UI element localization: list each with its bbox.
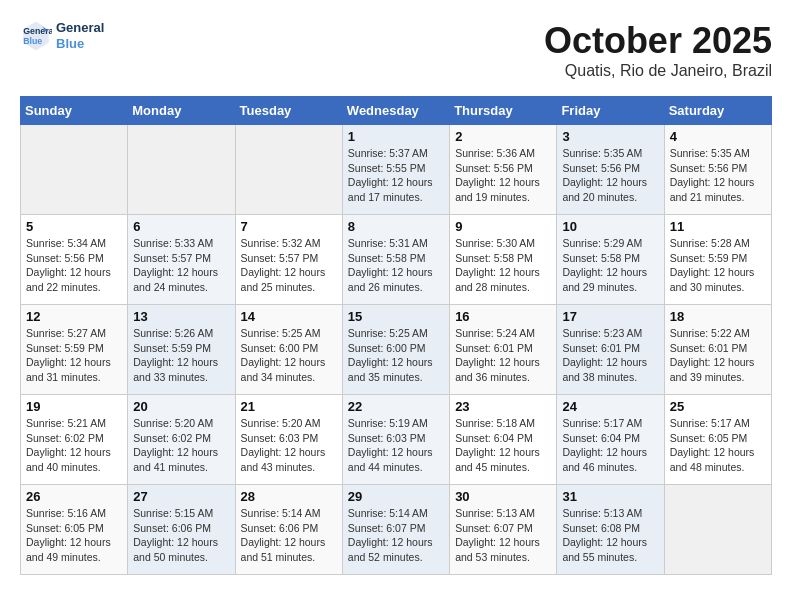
- calendar-cell: 15Sunrise: 5:25 AM Sunset: 6:00 PM Dayli…: [342, 305, 449, 395]
- day-number: 26: [26, 489, 122, 504]
- weekday-header-tuesday: Tuesday: [235, 97, 342, 125]
- calendar-cell: 1Sunrise: 5:37 AM Sunset: 5:55 PM Daylig…: [342, 125, 449, 215]
- day-number: 21: [241, 399, 337, 414]
- calendar-cell: 27Sunrise: 5:15 AM Sunset: 6:06 PM Dayli…: [128, 485, 235, 575]
- calendar-cell: 12Sunrise: 5:27 AM Sunset: 5:59 PM Dayli…: [21, 305, 128, 395]
- day-number: 30: [455, 489, 551, 504]
- day-number: 8: [348, 219, 444, 234]
- calendar-cell: [664, 485, 771, 575]
- day-info: Sunrise: 5:25 AM Sunset: 6:00 PM Dayligh…: [241, 326, 337, 385]
- calendar-table: SundayMondayTuesdayWednesdayThursdayFrid…: [20, 96, 772, 575]
- day-info: Sunrise: 5:24 AM Sunset: 6:01 PM Dayligh…: [455, 326, 551, 385]
- day-info: Sunrise: 5:13 AM Sunset: 6:08 PM Dayligh…: [562, 506, 658, 565]
- calendar-cell: 26Sunrise: 5:16 AM Sunset: 6:05 PM Dayli…: [21, 485, 128, 575]
- svg-text:General: General: [23, 26, 52, 36]
- day-number: 13: [133, 309, 229, 324]
- day-number: 27: [133, 489, 229, 504]
- day-number: 23: [455, 399, 551, 414]
- calendar-cell: 7Sunrise: 5:32 AM Sunset: 5:57 PM Daylig…: [235, 215, 342, 305]
- day-info: Sunrise: 5:19 AM Sunset: 6:03 PM Dayligh…: [348, 416, 444, 475]
- calendar-week-row: 19Sunrise: 5:21 AM Sunset: 6:02 PM Dayli…: [21, 395, 772, 485]
- calendar-cell: [128, 125, 235, 215]
- calendar-cell: 19Sunrise: 5:21 AM Sunset: 6:02 PM Dayli…: [21, 395, 128, 485]
- calendar-cell: 28Sunrise: 5:14 AM Sunset: 6:06 PM Dayli…: [235, 485, 342, 575]
- day-number: 25: [670, 399, 766, 414]
- page-header: General Blue General Blue October 2025 Q…: [20, 20, 772, 80]
- day-info: Sunrise: 5:14 AM Sunset: 6:06 PM Dayligh…: [241, 506, 337, 565]
- day-number: 11: [670, 219, 766, 234]
- day-number: 4: [670, 129, 766, 144]
- day-info: Sunrise: 5:13 AM Sunset: 6:07 PM Dayligh…: [455, 506, 551, 565]
- calendar-cell: [235, 125, 342, 215]
- day-info: Sunrise: 5:31 AM Sunset: 5:58 PM Dayligh…: [348, 236, 444, 295]
- day-number: 1: [348, 129, 444, 144]
- day-number: 3: [562, 129, 658, 144]
- day-info: Sunrise: 5:36 AM Sunset: 5:56 PM Dayligh…: [455, 146, 551, 205]
- day-info: Sunrise: 5:16 AM Sunset: 6:05 PM Dayligh…: [26, 506, 122, 565]
- calendar-cell: 11Sunrise: 5:28 AM Sunset: 5:59 PM Dayli…: [664, 215, 771, 305]
- weekday-header-row: SundayMondayTuesdayWednesdayThursdayFrid…: [21, 97, 772, 125]
- calendar-cell: 16Sunrise: 5:24 AM Sunset: 6:01 PM Dayli…: [450, 305, 557, 395]
- day-number: 6: [133, 219, 229, 234]
- day-number: 20: [133, 399, 229, 414]
- calendar-cell: 17Sunrise: 5:23 AM Sunset: 6:01 PM Dayli…: [557, 305, 664, 395]
- weekday-header-thursday: Thursday: [450, 97, 557, 125]
- day-number: 9: [455, 219, 551, 234]
- calendar-cell: 10Sunrise: 5:29 AM Sunset: 5:58 PM Dayli…: [557, 215, 664, 305]
- day-info: Sunrise: 5:33 AM Sunset: 5:57 PM Dayligh…: [133, 236, 229, 295]
- day-info: Sunrise: 5:20 AM Sunset: 6:02 PM Dayligh…: [133, 416, 229, 475]
- day-number: 24: [562, 399, 658, 414]
- calendar-week-row: 26Sunrise: 5:16 AM Sunset: 6:05 PM Dayli…: [21, 485, 772, 575]
- day-info: Sunrise: 5:26 AM Sunset: 5:59 PM Dayligh…: [133, 326, 229, 385]
- weekday-header-saturday: Saturday: [664, 97, 771, 125]
- day-info: Sunrise: 5:18 AM Sunset: 6:04 PM Dayligh…: [455, 416, 551, 475]
- day-info: Sunrise: 5:32 AM Sunset: 5:57 PM Dayligh…: [241, 236, 337, 295]
- title-block: October 2025 Quatis, Rio de Janeiro, Bra…: [544, 20, 772, 80]
- calendar-cell: 13Sunrise: 5:26 AM Sunset: 5:59 PM Dayli…: [128, 305, 235, 395]
- day-number: 18: [670, 309, 766, 324]
- day-info: Sunrise: 5:17 AM Sunset: 6:04 PM Dayligh…: [562, 416, 658, 475]
- calendar-week-row: 12Sunrise: 5:27 AM Sunset: 5:59 PM Dayli…: [21, 305, 772, 395]
- calendar-cell: 23Sunrise: 5:18 AM Sunset: 6:04 PM Dayli…: [450, 395, 557, 485]
- day-info: Sunrise: 5:20 AM Sunset: 6:03 PM Dayligh…: [241, 416, 337, 475]
- logo-text-blue: Blue: [56, 36, 104, 52]
- calendar-cell: 3Sunrise: 5:35 AM Sunset: 5:56 PM Daylig…: [557, 125, 664, 215]
- day-info: Sunrise: 5:30 AM Sunset: 5:58 PM Dayligh…: [455, 236, 551, 295]
- calendar-cell: 21Sunrise: 5:20 AM Sunset: 6:03 PM Dayli…: [235, 395, 342, 485]
- day-info: Sunrise: 5:34 AM Sunset: 5:56 PM Dayligh…: [26, 236, 122, 295]
- day-number: 29: [348, 489, 444, 504]
- day-info: Sunrise: 5:27 AM Sunset: 5:59 PM Dayligh…: [26, 326, 122, 385]
- day-number: 31: [562, 489, 658, 504]
- logo-text-general: General: [56, 20, 104, 36]
- day-number: 19: [26, 399, 122, 414]
- calendar-week-row: 5Sunrise: 5:34 AM Sunset: 5:56 PM Daylig…: [21, 215, 772, 305]
- weekday-header-monday: Monday: [128, 97, 235, 125]
- weekday-header-sunday: Sunday: [21, 97, 128, 125]
- day-number: 14: [241, 309, 337, 324]
- day-info: Sunrise: 5:28 AM Sunset: 5:59 PM Dayligh…: [670, 236, 766, 295]
- day-number: 5: [26, 219, 122, 234]
- day-info: Sunrise: 5:35 AM Sunset: 5:56 PM Dayligh…: [670, 146, 766, 205]
- day-info: Sunrise: 5:29 AM Sunset: 5:58 PM Dayligh…: [562, 236, 658, 295]
- logo-icon: General Blue: [20, 20, 52, 52]
- day-info: Sunrise: 5:17 AM Sunset: 6:05 PM Dayligh…: [670, 416, 766, 475]
- day-info: Sunrise: 5:23 AM Sunset: 6:01 PM Dayligh…: [562, 326, 658, 385]
- day-info: Sunrise: 5:14 AM Sunset: 6:07 PM Dayligh…: [348, 506, 444, 565]
- day-number: 10: [562, 219, 658, 234]
- day-number: 28: [241, 489, 337, 504]
- calendar-cell: 14Sunrise: 5:25 AM Sunset: 6:00 PM Dayli…: [235, 305, 342, 395]
- day-number: 16: [455, 309, 551, 324]
- calendar-week-row: 1Sunrise: 5:37 AM Sunset: 5:55 PM Daylig…: [21, 125, 772, 215]
- calendar-cell: 2Sunrise: 5:36 AM Sunset: 5:56 PM Daylig…: [450, 125, 557, 215]
- calendar-cell: 9Sunrise: 5:30 AM Sunset: 5:58 PM Daylig…: [450, 215, 557, 305]
- calendar-cell: 20Sunrise: 5:20 AM Sunset: 6:02 PM Dayli…: [128, 395, 235, 485]
- day-number: 2: [455, 129, 551, 144]
- location-subtitle: Quatis, Rio de Janeiro, Brazil: [544, 62, 772, 80]
- calendar-cell: 31Sunrise: 5:13 AM Sunset: 6:08 PM Dayli…: [557, 485, 664, 575]
- day-info: Sunrise: 5:22 AM Sunset: 6:01 PM Dayligh…: [670, 326, 766, 385]
- day-info: Sunrise: 5:25 AM Sunset: 6:00 PM Dayligh…: [348, 326, 444, 385]
- day-number: 17: [562, 309, 658, 324]
- day-info: Sunrise: 5:21 AM Sunset: 6:02 PM Dayligh…: [26, 416, 122, 475]
- day-info: Sunrise: 5:15 AM Sunset: 6:06 PM Dayligh…: [133, 506, 229, 565]
- calendar-cell: 6Sunrise: 5:33 AM Sunset: 5:57 PM Daylig…: [128, 215, 235, 305]
